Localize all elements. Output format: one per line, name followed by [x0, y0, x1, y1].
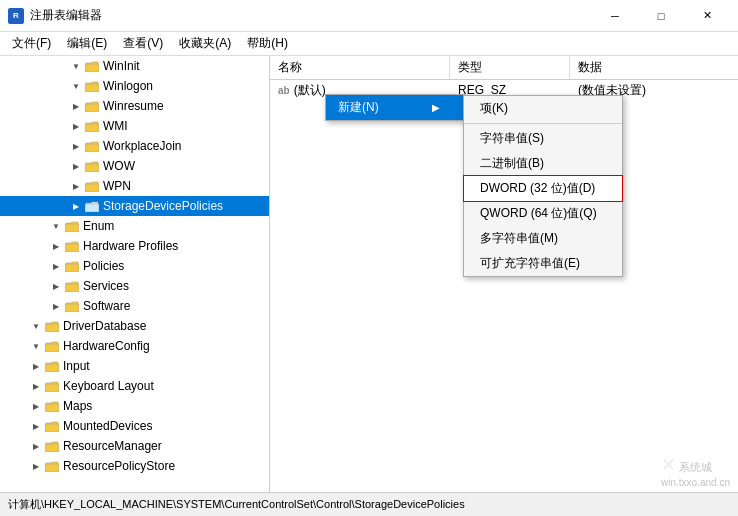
- tree-item[interactable]: ▼ WinInit: [0, 56, 269, 76]
- tree-item[interactable]: ▶ Winresume: [0, 96, 269, 116]
- tree-item-label: Winresume: [103, 99, 164, 113]
- tree-item[interactable]: ▶ Maps: [0, 396, 269, 416]
- expand-btn[interactable]: ▶: [28, 458, 44, 474]
- close-button[interactable]: ✕: [684, 0, 730, 32]
- tree-item[interactable]: ▶ WorkplaceJoin: [0, 136, 269, 156]
- submenu-item[interactable]: 项(K): [464, 96, 622, 121]
- expand-btn[interactable]: ▶: [28, 438, 44, 454]
- expand-btn[interactable]: ▼: [28, 338, 44, 354]
- context-menu-main: 新建(N) ▶ 项(K)字符串值(S)二进制值(B)DWORD (32 位)值(…: [325, 94, 465, 121]
- tree-item-label: WinInit: [103, 59, 140, 73]
- folder-icon: [44, 459, 60, 473]
- expand-btn[interactable]: ▶: [48, 298, 64, 314]
- title-text: 注册表编辑器: [30, 7, 592, 24]
- expand-btn[interactable]: ▶: [68, 198, 84, 214]
- tree-scroll[interactable]: ▼ WinInit▼ Winlogon▶ Winresume▶ WMI▶ Wor…: [0, 56, 269, 492]
- title-controls: ─ □ ✕: [592, 0, 730, 32]
- tree-item[interactable]: ▶ MountedDevices: [0, 416, 269, 436]
- folder-icon: [84, 119, 100, 133]
- tree-item[interactable]: ▶ ResourcePolicyStore: [0, 456, 269, 476]
- tree-item-label: ResourceManager: [63, 439, 162, 453]
- tree-item[interactable]: ▼ Enum: [0, 216, 269, 236]
- tree-item[interactable]: ▶ WOW: [0, 156, 269, 176]
- submenu-item[interactable]: 多字符串值(M): [464, 226, 622, 251]
- submenu-item[interactable]: DWORD (32 位)值(D): [464, 176, 622, 201]
- tree-item-label: Input: [63, 359, 90, 373]
- folder-icon: [64, 279, 80, 293]
- tree-item[interactable]: ▶ ResourceManager: [0, 436, 269, 456]
- expand-btn[interactable]: ▶: [68, 118, 84, 134]
- folder-icon: [84, 179, 100, 193]
- expand-btn[interactable]: ▶: [28, 358, 44, 374]
- submenu-item[interactable]: 字符串值(S): [464, 126, 622, 151]
- maximize-button[interactable]: □: [638, 0, 684, 32]
- expand-btn[interactable]: ▶: [68, 98, 84, 114]
- folder-icon: [64, 239, 80, 253]
- expand-btn[interactable]: ▼: [28, 318, 44, 334]
- menu-file[interactable]: 文件(F): [4, 33, 59, 54]
- folder-icon: [44, 319, 60, 333]
- tree-item[interactable]: ▶ Services: [0, 276, 269, 296]
- menu-bar: 文件(F) 编辑(E) 查看(V) 收藏夹(A) 帮助(H): [0, 32, 738, 56]
- expand-btn[interactable]: ▼: [68, 58, 84, 74]
- tree-item[interactable]: ▶ Input: [0, 356, 269, 376]
- expand-btn[interactable]: ▶: [28, 418, 44, 434]
- menu-edit[interactable]: 编辑(E): [59, 33, 115, 54]
- title-bar: R 注册表编辑器 ─ □ ✕: [0, 0, 738, 32]
- status-bar: 计算机\HKEY_LOCAL_MACHINE\SYSTEM\CurrentCon…: [0, 492, 738, 516]
- ctx-new-item[interactable]: 新建(N) ▶ 项(K)字符串值(S)二进制值(B)DWORD (32 位)值(…: [326, 95, 464, 120]
- tree-item-label: MountedDevices: [63, 419, 152, 433]
- tree-item-label: HardwareConfig: [63, 339, 150, 353]
- minimize-button[interactable]: ─: [592, 0, 638, 32]
- folder-icon: [64, 299, 80, 313]
- expand-btn[interactable]: ▶: [48, 258, 64, 274]
- tree-item-label: WOW: [103, 159, 135, 173]
- expand-btn[interactable]: ▶: [28, 398, 44, 414]
- tree-item[interactable]: ▶ Hardware Profiles: [0, 236, 269, 256]
- folder-icon: [84, 139, 100, 153]
- tree-item[interactable]: ▼ DriverDatabase: [0, 316, 269, 336]
- folder-icon: [64, 259, 80, 273]
- tree-item[interactable]: ▶ WMI: [0, 116, 269, 136]
- tree-item-label: Enum: [83, 219, 114, 233]
- expand-btn[interactable]: ▶: [28, 378, 44, 394]
- expand-btn[interactable]: ▶: [68, 178, 84, 194]
- menu-view[interactable]: 查看(V): [115, 33, 171, 54]
- submenu-item[interactable]: QWORD (64 位)值(Q): [464, 201, 622, 226]
- submenu-item[interactable]: 二进制值(B): [464, 151, 622, 176]
- tree-item-label: Policies: [83, 259, 124, 273]
- folder-icon: [64, 219, 80, 233]
- status-text: 计算机\HKEY_LOCAL_MACHINE\SYSTEM\CurrentCon…: [8, 497, 465, 512]
- folder-icon: [44, 439, 60, 453]
- expand-btn[interactable]: ▼: [68, 78, 84, 94]
- tree-item[interactable]: ▼ Winlogon: [0, 76, 269, 96]
- submenu-divider: [464, 123, 622, 124]
- tree-item[interactable]: ▶ Software: [0, 296, 269, 316]
- tree-item[interactable]: ▶ StorageDevicePolicies: [0, 196, 269, 216]
- expand-btn[interactable]: ▶: [68, 158, 84, 174]
- tree-item-label: DriverDatabase: [63, 319, 146, 333]
- folder-icon: [44, 419, 60, 433]
- tree-panel: ▼ WinInit▼ Winlogon▶ Winresume▶ WMI▶ Wor…: [0, 56, 270, 492]
- tree-item[interactable]: ▶ WPN: [0, 176, 269, 196]
- expand-btn[interactable]: ▶: [48, 238, 64, 254]
- tree-item-label: ResourcePolicyStore: [63, 459, 175, 473]
- expand-btn[interactable]: ▶: [48, 278, 64, 294]
- folder-icon: [84, 79, 100, 93]
- tree-item-label: StorageDevicePolicies: [103, 199, 223, 213]
- tree-item[interactable]: ▶ Policies: [0, 256, 269, 276]
- expand-btn[interactable]: ▼: [48, 218, 64, 234]
- submenu-arrow: ▶: [432, 102, 440, 113]
- folder-icon: [44, 339, 60, 353]
- folder-icon: [84, 99, 100, 113]
- folder-icon: [84, 59, 100, 73]
- menu-favorites[interactable]: 收藏夹(A): [171, 33, 239, 54]
- tree-item-label: Maps: [63, 399, 92, 413]
- tree-item[interactable]: ▼ HardwareConfig: [0, 336, 269, 356]
- tree-item-label: Software: [83, 299, 130, 313]
- menu-help[interactable]: 帮助(H): [239, 33, 296, 54]
- tree-item-label: WorkplaceJoin: [103, 139, 181, 153]
- expand-btn[interactable]: ▶: [68, 138, 84, 154]
- submenu-item[interactable]: 可扩充字符串值(E): [464, 251, 622, 276]
- tree-item[interactable]: ▶ Keyboard Layout: [0, 376, 269, 396]
